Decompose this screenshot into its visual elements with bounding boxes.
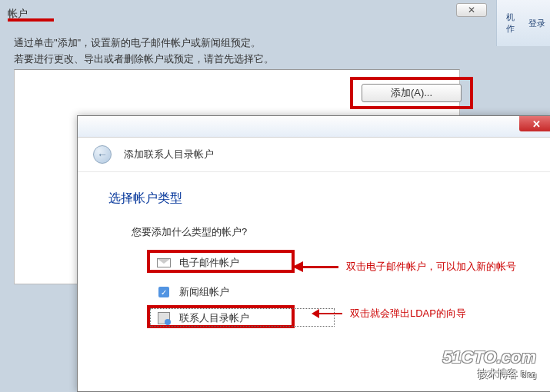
instructions: 通过单击"添加"，设置新的电子邮件帐户或新闻组预定。 若要进行更改、导出或者删除… <box>14 35 274 68</box>
annotation-email: 双击电子邮件帐户，可以加入新的帐号 <box>285 260 516 274</box>
annotation-directory: 双击就会弹出LDAP的向导 <box>312 307 466 321</box>
close-icon[interactable]: ✕ <box>456 3 487 17</box>
highlight-box-add: 添加(A)... <box>350 77 473 109</box>
add-button[interactable]: 添加(A)... <box>362 84 462 102</box>
news-icon: ✓ <box>156 286 172 298</box>
arrow-icon <box>312 310 342 317</box>
arrow-icon <box>292 263 338 271</box>
right-toolbar: 机 作 登录 <box>496 0 550 46</box>
back-button[interactable]: ← <box>93 145 112 164</box>
watermark-line2: 技术博客 Blog <box>442 367 536 381</box>
question-text: 您要添加什么类型的帐户? <box>132 225 522 239</box>
tab-account[interactable]: 帐户 <box>8 8 28 19</box>
option-label: 电子邮件帐户 <box>179 256 239 270</box>
wizard-titlebar[interactable]: ✕ <box>78 116 550 138</box>
section-heading: 选择帐户类型 <box>108 191 522 207</box>
annotation-text: 双击就会弹出LDAP的向导 <box>350 307 466 321</box>
tab-active-indicator <box>8 18 54 22</box>
toolbar-item-machine[interactable]: 机 作 <box>497 0 524 46</box>
instruction-line: 若要进行更改、导出或者删除帐户或预定，请首先选择它。 <box>14 51 274 68</box>
toolbar-item-login[interactable]: 登录 <box>524 0 551 46</box>
watermark: 51CTO.com 技术博客 Blog <box>442 347 536 381</box>
toolbar-label: 登录 <box>528 18 545 29</box>
email-icon <box>156 257 172 269</box>
directory-icon <box>156 312 172 324</box>
toolbar-label: 作 <box>506 23 515 35</box>
toolbar-label: 机 <box>506 12 515 23</box>
option-label: 联系人目录帐户 <box>179 311 249 325</box>
option-label: 新闻组帐户 <box>179 285 229 299</box>
close-icon[interactable]: ✕ <box>519 116 550 131</box>
watermark-line1: 51CTO.com <box>442 347 536 367</box>
instruction-line: 通过单击"添加"，设置新的电子邮件帐户或新闻组预定。 <box>14 35 274 51</box>
option-newsgroup-account[interactable]: ✓ 新闻组帐户 <box>152 282 522 302</box>
wizard-title: 添加联系人目录帐户 <box>124 148 214 161</box>
annotation-text: 双击电子邮件帐户，可以加入新的帐号 <box>346 260 516 274</box>
